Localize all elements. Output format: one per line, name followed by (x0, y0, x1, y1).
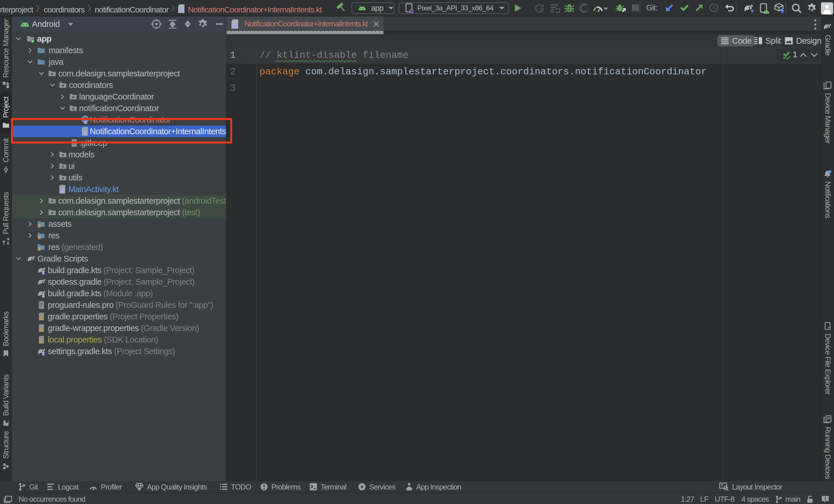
svg-text:A: A (540, 8, 543, 13)
svg-text:C: C (586, 8, 589, 13)
